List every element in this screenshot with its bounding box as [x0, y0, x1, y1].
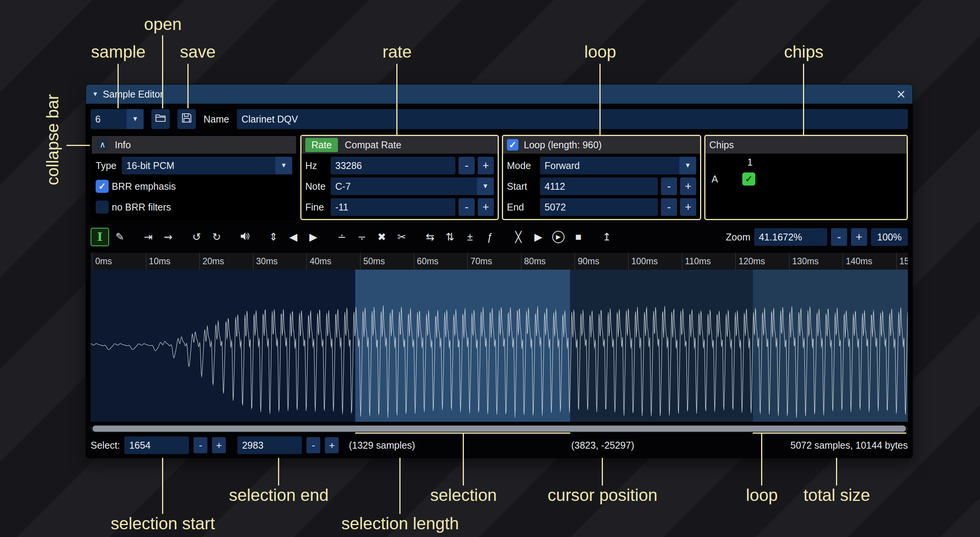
select-mode-button[interactable]: I [91, 228, 109, 246]
annotation-collapse-bar: collapse bar [43, 94, 62, 185]
ruler-label: 40ms [310, 256, 331, 267]
type-label: Type [96, 160, 119, 171]
ruler-tick: 90ms [574, 253, 575, 270]
waveform-view[interactable] [91, 270, 908, 422]
fade-out-button[interactable]: ▶ [304, 228, 323, 246]
compat-rate-tab[interactable]: Compat Rate [345, 139, 401, 151]
info-panel-header: ∧ Info [92, 136, 296, 154]
hz-decrement-button[interactable]: - [459, 157, 475, 174]
ruler-tick: 30ms [253, 253, 253, 270]
info-panel-title: Info [115, 139, 131, 151]
trim-button[interactable]: ✂ [392, 228, 411, 246]
reverse-button[interactable]: ⇆ [421, 228, 439, 246]
close-icon[interactable]: × [897, 86, 906, 102]
chips-panel-title: Chips [709, 139, 734, 151]
signed-unsigned-button[interactable]: ± [461, 228, 479, 246]
crossfade-loop-button[interactable]: ╳ [509, 228, 528, 246]
zoom-decrement-button[interactable]: - [831, 228, 847, 246]
annotation-cursor-position: cursor position [548, 486, 657, 505]
amplify-icon [240, 231, 250, 244]
undo-button[interactable]: ↺ [187, 228, 206, 246]
sample-number-dropdown[interactable]: 6 ▼ [91, 109, 144, 129]
ruler-label: 30ms [256, 256, 278, 267]
name-label: Name [204, 114, 229, 125]
resample-button[interactable]: ⇝ [159, 228, 177, 246]
loop-end-field[interactable]: 5072 [540, 198, 658, 216]
loop-panel-title: Loop (length: 960) [524, 139, 602, 151]
horizontal-scrollbar[interactable] [91, 425, 908, 433]
chips-panel: Chips 1 A ✓ [704, 135, 908, 220]
loop-start-field[interactable]: 4112 [540, 177, 658, 195]
normalize-button[interactable]: ⇕ [264, 228, 283, 246]
loop-mode-dropdown[interactable]: Forward ▼ [540, 157, 696, 174]
select-label: Select: [91, 440, 120, 451]
create-wavetable-button[interactable]: ↥ [598, 228, 616, 246]
invert-button[interactable]: ⇅ [441, 228, 459, 246]
amplify-button[interactable] [236, 228, 254, 246]
brr-emphasis-label: BRR emphasis [112, 181, 176, 192]
selection-start-decrement-button[interactable]: - [194, 437, 207, 453]
selection-start-field[interactable]: 1654 [124, 436, 189, 454]
zoom-reset-button[interactable]: 100% [871, 228, 908, 246]
preview-loop-button[interactable]: ▶ [549, 228, 568, 246]
type-dropdown[interactable]: 16-bit PCM ▼ [122, 157, 292, 174]
ruler-label: 70ms [470, 256, 492, 267]
preview-button[interactable]: ▶ [529, 228, 548, 246]
check-icon: ✓ [98, 182, 106, 191]
undo-icon: ↺ [192, 232, 201, 242]
collapse-button[interactable]: ∧ [96, 138, 109, 152]
zoom-field[interactable]: 41.1672% [754, 228, 827, 246]
fine-increment-button[interactable]: + [478, 198, 494, 216]
selection-end-decrement-button[interactable]: - [306, 437, 320, 453]
scrollbar-thumb[interactable] [93, 426, 906, 432]
redo-button[interactable]: ↻ [207, 228, 226, 246]
collapse-triangle-icon[interactable]: ▼ [92, 91, 98, 98]
selection-end-field[interactable]: 2983 [237, 436, 302, 454]
create-wavetable-icon: ↥ [603, 232, 611, 242]
draw-mode-button[interactable]: ✎ [111, 228, 129, 246]
fine-decrement-button[interactable]: - [459, 198, 475, 216]
type-value: 16-bit PCM [122, 160, 275, 171]
loop-checkbox[interactable]: ✓ [507, 139, 518, 151]
selection-end-increment-button[interactable]: + [325, 437, 339, 453]
apply-filter-button[interactable]: ƒ [481, 228, 499, 246]
ruler-tick: 40ms [306, 253, 307, 270]
hz-field[interactable]: 33286 [331, 157, 455, 174]
open-button[interactable] [151, 109, 170, 129]
save-button[interactable] [177, 109, 196, 129]
chip-a-checkbox[interactable]: ✓ [742, 172, 755, 186]
waveform-canvas[interactable] [91, 270, 908, 422]
loop-start-increment-button[interactable]: + [680, 177, 696, 195]
fade-in-icon: ◀ [290, 232, 298, 242]
insert-silence-button[interactable]: ∸ [333, 228, 351, 246]
loop-end-decrement-button[interactable]: - [661, 198, 677, 216]
fine-field[interactable]: -11 [331, 198, 455, 216]
loop-end-increment-button[interactable]: + [680, 198, 696, 216]
total-size-text: 5072 samples, 10144 bytes [790, 440, 908, 451]
hz-increment-button[interactable]: + [478, 157, 494, 174]
ruler-tick: 80ms [521, 253, 521, 270]
loop-start-decrement-button[interactable]: - [661, 177, 677, 195]
ruler-label: 130ms [792, 256, 819, 267]
redo-icon: ↻ [212, 232, 221, 242]
fade-in-button[interactable]: ◀ [284, 228, 303, 246]
brr-emphasis-checkbox[interactable]: ✓ [96, 180, 109, 193]
rate-tab[interactable]: Rate [305, 138, 338, 152]
rate-panel-header: Rate Compat Rate [301, 136, 498, 154]
no-brr-filters-checkbox[interactable] [96, 201, 109, 214]
zoom-increment-button[interactable]: + [851, 228, 867, 246]
chevron-up-icon: ∧ [99, 140, 106, 150]
stop-preview-button[interactable]: ■ [569, 228, 588, 246]
resize-button[interactable]: ⇥ [139, 228, 157, 246]
selection-start-increment-button[interactable]: + [212, 437, 226, 453]
titlebar[interactable]: ▼ Sample Editor × [86, 85, 912, 104]
annotation-rate: rate [382, 42, 412, 61]
ruler-tick: 150ms [896, 253, 897, 270]
draw-mode-icon: ✎ [116, 232, 124, 242]
name-field[interactable]: Clarinet DQV [237, 109, 908, 129]
apply-silence-button[interactable]: ∸ [353, 228, 371, 246]
delete-button[interactable]: ✖ [372, 228, 391, 246]
check-icon: ✓ [509, 140, 516, 149]
invert-icon: ⇅ [446, 232, 455, 242]
note-dropdown[interactable]: C-7 ▼ [331, 177, 494, 195]
